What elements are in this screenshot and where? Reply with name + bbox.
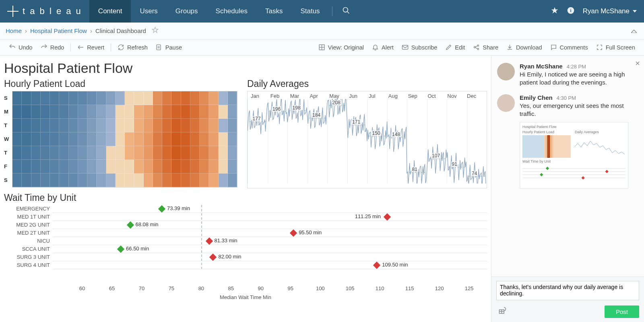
heatmap-cell[interactable] [134,119,143,132]
heatmap-cell[interactable] [78,173,87,187]
heatmap-cell[interactable] [144,160,153,173]
heatmap-cell[interactable] [12,146,22,160]
heatmap-cell[interactable] [31,119,41,132]
heatmap-cell[interactable] [106,91,116,105]
heatmap-cell[interactable] [31,105,41,119]
heatmap-cell[interactable] [12,160,22,173]
heatmap-cell[interactable] [125,146,134,160]
heatmap-cell[interactable] [200,160,209,173]
heatmap-cell[interactable] [41,91,50,105]
heatmap-cell[interactable] [171,173,181,187]
heatmap-cell[interactable] [181,91,190,105]
nav-schedules[interactable]: Schedules [207,0,256,23]
close-icon[interactable]: × [635,59,640,68]
heatmap-cell[interactable] [171,119,181,132]
heatmap-cell[interactable] [125,105,134,119]
heatmap-cell[interactable] [50,146,59,160]
heatmap-cell[interactable] [87,173,97,187]
heatmap-cell[interactable] [200,91,209,105]
heatmap-cell[interactable] [209,160,218,173]
heatmap-cell[interactable] [190,132,200,146]
wait-time-point[interactable] [158,205,165,213]
heatmap-cell[interactable] [144,132,153,146]
heatmap-cell[interactable] [200,132,209,146]
heatmap-cell[interactable] [200,119,209,132]
post-button[interactable]: Post [605,305,639,318]
heatmap-cell[interactable] [162,132,171,146]
heatmap-cell[interactable] [171,105,181,119]
heatmap-cell[interactable] [153,119,162,132]
heatmap-cell[interactable] [31,146,41,160]
heatmap-cell[interactable] [69,119,78,132]
heatmap-cell[interactable] [125,119,134,132]
heatmap-cell[interactable] [41,132,50,146]
heatmap-cell[interactable] [228,119,237,132]
heatmap-cell[interactable] [125,132,134,146]
heatmap-cell[interactable] [50,119,59,132]
heatmap-cell[interactable] [87,146,97,160]
search-icon[interactable] [339,3,353,19]
heatmap-cell[interactable] [69,105,78,119]
heatmap-cell[interactable] [219,119,228,132]
heatmap-cell[interactable] [200,173,209,187]
heatmap-cell[interactable] [97,119,106,132]
heatmap-cell[interactable] [162,173,171,187]
share-button[interactable]: Share [469,42,502,52]
nav-groups[interactable]: Groups [167,0,207,23]
heatmap-cell[interactable] [87,160,97,173]
heatmap-cell[interactable] [228,132,237,146]
heatmap-cell[interactable] [69,160,78,173]
heatmap-cell[interactable] [78,160,87,173]
heatmap-cell[interactable] [181,119,190,132]
comments-button[interactable]: Comments [546,42,592,52]
heatmap-cell[interactable] [59,132,68,146]
heatmap-cell[interactable] [97,132,106,146]
heatmap-cell[interactable] [144,105,153,119]
heatmap-cell[interactable] [106,105,116,119]
heatmap-cell[interactable] [181,146,190,160]
heatmap-cell[interactable] [106,119,116,132]
wait-time-point[interactable] [384,213,391,221]
info-icon[interactable]: i [567,6,575,16]
heatmap-cell[interactable] [125,91,134,105]
heatmap-cell[interactable] [22,119,31,132]
refresh-button[interactable]: Refresh [114,42,152,52]
heatmap-cell[interactable] [106,146,116,160]
heatmap-cell[interactable] [69,146,78,160]
heatmap-cell[interactable] [78,146,87,160]
heatmap-cell[interactable] [134,105,143,119]
heatmap-cell[interactable] [22,105,31,119]
heatmap-cell[interactable] [116,173,125,187]
heatmap-cell[interactable] [162,146,171,160]
heatmap-cell[interactable] [209,119,218,132]
subscribe-button[interactable]: Subscribe [398,42,441,52]
heatmap-cell[interactable] [41,146,50,160]
heatmap-cell[interactable] [12,132,22,146]
heatmap-cell[interactable] [219,173,228,187]
heatmap-cell[interactable] [228,91,237,105]
heatmap-cell[interactable] [144,91,153,105]
heatmap-cell[interactable] [219,132,228,146]
heatmap-cell[interactable] [153,91,162,105]
heatmap-cell[interactable] [219,91,228,105]
heatmap-cell[interactable] [12,105,22,119]
heatmap-cell[interactable] [69,91,78,105]
heatmap-cell[interactable] [87,91,97,105]
heatmap-cell[interactable] [50,105,59,119]
heatmap-cell[interactable] [50,160,59,173]
heatmap-cell[interactable] [190,146,200,160]
heatmap-cell[interactable] [59,119,68,132]
heatmap-cell[interactable] [22,146,31,160]
nav-status[interactable]: Status [291,0,328,23]
heatmap-cell[interactable] [228,105,237,119]
heatmap-cell[interactable] [106,173,116,187]
heatmap-cell[interactable] [162,119,171,132]
redo-button[interactable]: Redo [37,42,68,52]
heatmap-cell[interactable] [78,105,87,119]
heatmap-cell[interactable] [153,146,162,160]
heatmap-cell[interactable] [144,146,153,160]
heatmap-cell[interactable] [144,119,153,132]
heatmap-cell[interactable] [116,119,125,132]
heatmap-cell[interactable] [116,91,125,105]
heatmap-cell[interactable] [219,160,228,173]
